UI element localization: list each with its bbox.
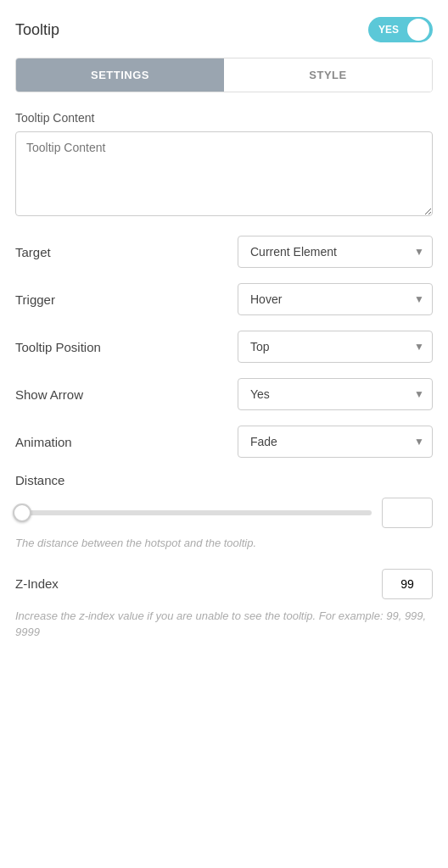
tooltip-toggle[interactable]: YES [368, 17, 433, 42]
tab-bar: SETTINGS STYLE [15, 58, 433, 92]
tooltip-content-input[interactable] [15, 131, 433, 216]
header-row: Tooltip YES [15, 17, 433, 42]
toggle-circle [406, 17, 431, 42]
target-select[interactable]: Current Element Custom Element [238, 236, 433, 268]
tooltip-content-label: Tooltip Content [15, 111, 433, 125]
zindex-row: Z-Index [15, 569, 433, 599]
toggle-label: YES [370, 17, 406, 42]
animation-select-wrapper: Fade Slide None ▼ [238, 426, 433, 458]
tooltip-position-select-wrapper: Top Bottom Left Right ▼ [238, 331, 433, 363]
animation-field-row: Animation Fade Slide None ▼ [15, 426, 433, 458]
distance-hint: The distance between the hotspot and the… [15, 535, 433, 552]
tooltip-position-select[interactable]: Top Bottom Left Right [238, 331, 433, 363]
distance-input[interactable] [382, 498, 433, 528]
show-arrow-label: Show Arrow [15, 387, 83, 402]
page-title: Tooltip [15, 21, 59, 39]
tooltip-position-field-row: Tooltip Position Top Bottom Left Right ▼ [15, 331, 433, 363]
target-field-row: Target Current Element Custom Element ▼ [15, 236, 433, 268]
zindex-hint: Increase the z-index value if you are un… [15, 608, 433, 641]
tooltip-position-label: Tooltip Position [15, 340, 101, 354]
zindex-input[interactable] [382, 569, 433, 599]
distance-section: Distance The distance between the hotspo… [15, 473, 433, 552]
target-label: Target [15, 245, 51, 259]
tab-style[interactable]: STYLE [224, 58, 432, 92]
slider-thumb[interactable] [13, 504, 31, 522]
tooltip-content-section: Tooltip Content [15, 111, 433, 236]
show-arrow-field-row: Show Arrow Yes No ▼ [15, 378, 433, 410]
distance-slider-track[interactable] [15, 510, 372, 515]
zindex-label: Z-Index [15, 576, 59, 591]
trigger-field-row: Trigger Hover Click Focus ▼ [15, 283, 433, 315]
animation-label: Animation [15, 435, 72, 449]
trigger-select[interactable]: Hover Click Focus [238, 283, 433, 315]
tab-settings[interactable]: SETTINGS [16, 58, 224, 92]
slider-row [15, 498, 433, 528]
distance-label: Distance [15, 473, 433, 487]
target-select-wrapper: Current Element Custom Element ▼ [238, 236, 433, 268]
animation-select[interactable]: Fade Slide None [238, 426, 433, 458]
trigger-select-wrapper: Hover Click Focus ▼ [238, 283, 433, 315]
show-arrow-select[interactable]: Yes No [238, 378, 433, 410]
show-arrow-select-wrapper: Yes No ▼ [238, 378, 433, 410]
trigger-label: Trigger [15, 292, 55, 307]
